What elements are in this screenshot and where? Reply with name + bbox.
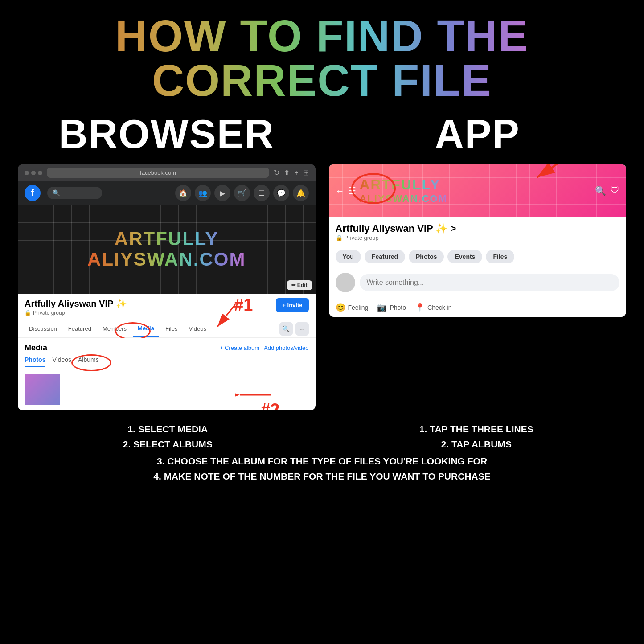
app-header-content: ← ☰ ARTFULLY ALIYSWAN.COM 🔍 🛡 — [336, 177, 620, 204]
annotation-number-1: #1 — [234, 295, 253, 315]
app-header: ← ☰ ARTFULLY ALIYSWAN.COM 🔍 🛡 — [329, 164, 627, 217]
tab-featured[interactable]: Featured — [64, 321, 96, 337]
sub-tabs-container: Photos Videos Albums — [25, 356, 309, 369]
app-instructions: 1. TAP THE THREE LINES 2. TAP ALBUMS — [327, 422, 627, 451]
checkin-label: Check in — [427, 304, 451, 311]
fb-people-icon: 👥 — [195, 185, 211, 201]
app-header-title: ARTFULLY — [360, 177, 448, 193]
invite-button[interactable]: + Invite — [276, 298, 308, 312]
app-step-2: 2. TAP ALBUMS — [327, 437, 627, 452]
app-step-1: 1. TAP THE THREE LINES — [327, 422, 627, 437]
browser-reload-icon: ↻ — [274, 168, 279, 177]
bottom-instructions: 3. CHOOSE THE ALBUM FOR THE TYPE OF FILE… — [153, 454, 490, 484]
sub-tab-photos[interactable]: Photos — [25, 356, 45, 367]
hero-text-line2: ALIYSWAN.COM — [87, 249, 246, 270]
group-info-row: Artfully Aliyswan VIP ✨ 🔒 Private group … — [18, 294, 316, 320]
tab-files[interactable]: Files — [161, 321, 182, 337]
app-column: APP ← ☰ ARTFULLY ALIYSWAN.COM — [329, 111, 627, 410]
checkin-icon: 📍 — [415, 303, 425, 312]
app-tab-files[interactable]: Files — [486, 250, 514, 263]
media-section: Media + Create album Add photos/video Ph… — [18, 338, 316, 410]
app-tab-photos[interactable]: Photos — [409, 250, 444, 263]
tab-more-icon[interactable]: ··· — [295, 322, 309, 336]
fb-home-icon: 🏠 — [175, 185, 191, 201]
browser-bar: facebook.com ↻ ⬆ + ⊞ — [18, 164, 316, 181]
app-screenshot-wrapper: ← ☰ ARTFULLY ALIYSWAN.COM 🔍 🛡 — [329, 164, 627, 317]
checkin-action[interactable]: 📍 Check in — [415, 303, 451, 312]
browser-label: BROWSER — [59, 111, 275, 157]
fb-search: 🔍 — [47, 187, 102, 199]
url-bar: facebook.com — [47, 168, 269, 178]
sub-tab-albums[interactable]: Albums — [78, 356, 99, 367]
app-tab-events[interactable]: Events — [447, 250, 482, 263]
media-title: Media — [25, 343, 47, 353]
app-title-area: ARTFULLY ALIYSWAN.COM — [360, 177, 448, 204]
sub-tab-videos[interactable]: Videos — [52, 356, 71, 367]
main-title: HOW TO FIND THE CORRECT FILE — [18, 13, 626, 103]
app-lock-icon: 🔒 — [336, 234, 343, 241]
dot2 — [31, 171, 36, 175]
app-hamburger-icon[interactable]: ☰ — [348, 185, 356, 196]
app-tab-you[interactable]: You — [336, 250, 361, 263]
instructions: 1. SELECT MEDIA 2. SELECT ALBUMS 1. TAP … — [18, 422, 626, 451]
photo-icon: 📷 — [377, 303, 387, 312]
step-3: 3. CHOOSE THE ALBUM FOR THE TYPE OF FILE… — [153, 454, 490, 469]
browser-grid-icon: ⊞ — [303, 168, 309, 177]
tabs-container: Discussion Featured Members Media Files … — [18, 320, 316, 338]
tab-videos[interactable]: Videos — [184, 321, 211, 337]
create-album-btn[interactable]: + Create album — [220, 345, 259, 351]
photo-label: Photo — [390, 304, 406, 311]
fb-menu-icon: ☰ — [254, 185, 270, 201]
hero-area: ARTFULLY ALIYSWAN.COM ✏ Edit — [18, 205, 316, 294]
write-input[interactable]: Write something... — [360, 274, 620, 291]
fb-messenger-icon: 💬 — [273, 185, 289, 201]
feeling-action[interactable]: 😊 Feeling — [336, 303, 369, 312]
photo-action[interactable]: 📷 Photo — [377, 303, 406, 312]
browser-column: BROWSER facebook.com ↻ ⬆ + ⊞ — [18, 111, 316, 410]
fb-video-icon: ▶ — [214, 185, 230, 201]
main-container: HOW TO FIND THE CORRECT FILE BROWSER fac… — [0, 0, 644, 644]
app-header-icons: 🔍 🛡 — [595, 185, 619, 196]
fb-bell-icon: 🔔 — [293, 185, 309, 201]
thumbnail-1 — [25, 374, 60, 405]
app-group-name: Artfully Aliyswan VIP ✨ > — [336, 223, 620, 234]
browser-share-icon: ⬆ — [284, 168, 290, 177]
tab-discussion[interactable]: Discussion — [25, 321, 62, 337]
media-sub-tabs: Photos Videos Albums — [25, 356, 309, 369]
tab-media[interactable]: Media — [133, 320, 159, 337]
add-photos-btn[interactable]: Add photos/video — [264, 345, 308, 351]
fb-shop-icon: 🛒 — [234, 185, 250, 201]
edit-button[interactable]: ✏ Edit — [287, 280, 312, 290]
columns: BROWSER facebook.com ↻ ⬆ + ⊞ — [18, 111, 626, 410]
dot3 — [38, 171, 42, 175]
user-avatar — [336, 273, 355, 292]
fb-nav-icons: 🏠 👥 ▶ 🛒 ☰ 💬 🔔 — [175, 185, 309, 201]
step-4: 4. MAKE NOTE OF THE NUMBER FOR THE FILE … — [153, 469, 490, 484]
annotation-number-2: #2 — [261, 400, 279, 410]
private-label: 🔒 Private group — [25, 310, 127, 316]
feeling-icon: 😊 — [336, 303, 345, 312]
media-actions: + Create album Add photos/video — [220, 345, 309, 351]
app-tab-featured[interactable]: Featured — [365, 250, 405, 263]
group-info-left: Artfully Aliyswan VIP ✨ 🔒 Private group — [25, 298, 127, 316]
tab-members[interactable]: Members — [98, 321, 131, 337]
browser-add-icon: + — [294, 169, 298, 177]
app-tabs: You Featured Photos Events Files — [329, 246, 627, 267]
browser-dots — [25, 171, 42, 175]
hero-text-line1: ARTFULLY — [87, 229, 246, 249]
write-area: Write something... — [329, 267, 627, 298]
lock-icon: 🔒 — [25, 310, 31, 316]
browser-screenshot-wrapper: facebook.com ↻ ⬆ + ⊞ f 🔍 🏠 👥 ▶ — [18, 164, 316, 410]
app-group-info: Artfully Aliyswan VIP ✨ > 🔒 Private grou… — [329, 217, 627, 246]
group-name: Artfully Aliyswan VIP ✨ — [25, 298, 127, 309]
app-shield-icon[interactable]: 🛡 — [611, 185, 619, 196]
browser-step-2: 2. SELECT ALBUMS — [18, 437, 318, 452]
feeling-label: Feeling — [348, 304, 369, 311]
tab-search-icon[interactable]: 🔍 — [279, 322, 293, 336]
browser-step-1: 1. SELECT MEDIA — [18, 422, 318, 437]
app-private-label: 🔒 Private group — [336, 234, 620, 241]
app-search-icon[interactable]: 🔍 — [595, 185, 606, 196]
fb-logo: f — [25, 185, 41, 201]
fb-nav: f 🔍 🏠 👥 ▶ 🛒 ☰ 💬 🔔 — [18, 181, 316, 205]
app-back-button[interactable]: ← — [336, 186, 345, 196]
